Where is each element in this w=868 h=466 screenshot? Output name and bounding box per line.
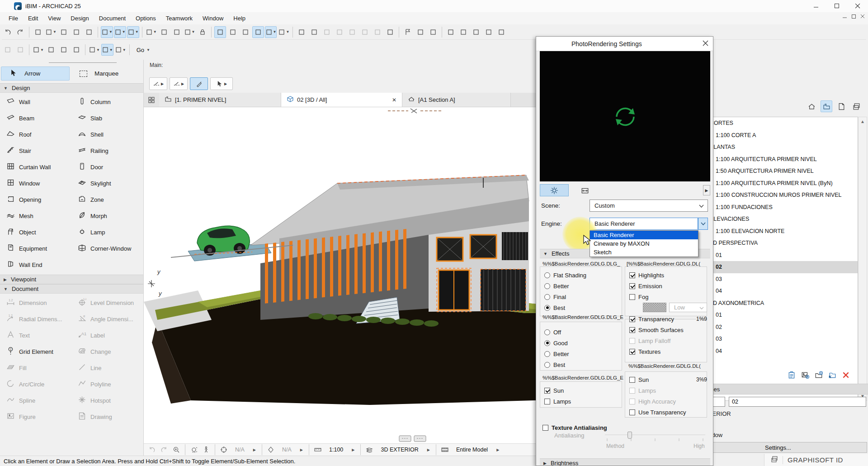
tool-polyline[interactable]: Polyline (71, 376, 144, 392)
measure-button[interactable] (227, 26, 239, 38)
folder-arrow-icon[interactable] (828, 371, 836, 380)
menu-window[interactable]: Window (198, 13, 228, 24)
tool-object[interactable]: Object (0, 224, 71, 240)
navigator-item-1-100-fundaciones[interactable]: 1:100 FUNDACIONES (706, 201, 858, 214)
undo-button[interactable] (2, 26, 14, 38)
view-angle-value[interactable]: N/A (231, 447, 249, 453)
home-story-button[interactable] (372, 26, 383, 38)
section-window-button[interactable]: ▼ (114, 44, 127, 56)
publisher-sets-icon[interactable] (850, 100, 862, 112)
model-filter-value[interactable]: Entire Model (452, 447, 492, 453)
shadow-good[interactable]: Good (544, 338, 569, 348)
furniture-button[interactable]: ▼ (32, 44, 44, 56)
tool-lamp[interactable]: Lamp (71, 224, 144, 240)
shadow-radio[interactable] (544, 362, 550, 368)
properties-header[interactable]: Properties (687, 384, 868, 395)
tool-wall-end[interactable]: Wall End (0, 257, 71, 273)
shadow-best[interactable]: Best (544, 359, 569, 370)
engine-dropdown-list[interactable]: Basic RendererCineware by MAXONSketch (590, 230, 698, 257)
edit-stories-button[interactable] (384, 26, 396, 38)
tool-skylight[interactable]: Skylight (71, 175, 144, 191)
tool-zone[interactable]: Zone (71, 191, 144, 208)
effect-checkbox[interactable] (629, 316, 635, 322)
maximize-button[interactable] (826, 0, 847, 12)
engine-combo-chevron-button[interactable] (698, 218, 708, 230)
light-checkbox[interactable] (544, 388, 550, 394)
tool-railing[interactable]: Railing (71, 143, 144, 159)
tab-1[interactable]: [1. PRIMER NIVEL] (159, 93, 281, 107)
quality-better[interactable]: Better (544, 281, 586, 291)
redo-button[interactable] (14, 26, 26, 38)
shadow-opt-checkbox[interactable] (629, 409, 635, 415)
cloud-sync-button[interactable] (427, 26, 439, 38)
edit-elements-button[interactable] (252, 26, 264, 38)
navigator-item-01[interactable]: 01 (706, 249, 858, 262)
cutaway-button[interactable]: ▼ (265, 26, 277, 38)
tool-angle-dimensi-[interactable]: αAngle Dimensi... (71, 311, 144, 327)
snap-guides-button[interactable]: ▼ (114, 26, 126, 38)
tool-slab[interactable]: Slab (71, 110, 144, 126)
renovation-filter-value[interactable]: N/A (278, 447, 296, 453)
virtual-trace-button[interactable] (158, 26, 170, 38)
tool-equipment[interactable]: Equipment (0, 240, 71, 257)
align-button[interactable] (321, 26, 333, 38)
tool-grid-element[interactable]: 1Grid Element (0, 343, 71, 360)
render-preview[interactable] (540, 51, 710, 181)
engine-combo[interactable]: Basic Renderer (590, 218, 698, 230)
effect-checkbox[interactable] (629, 327, 635, 333)
navigator-item-1-100-arquitectura-primer-nivel[interactable]: 1:100 ARQUITECTURA PRIMER NIVEL (706, 153, 858, 166)
dialog-expand-arrow-icon[interactable]: ▶ (703, 185, 710, 195)
tool-change[interactable]: Change (71, 343, 144, 360)
floor-plan-window-button[interactable]: ▼ (88, 44, 100, 56)
tool-corner-window[interactable]: Corner-Window (71, 240, 144, 257)
navigator-item-02[interactable]: 02 (706, 261, 858, 273)
effect-checkbox[interactable] (629, 338, 635, 344)
tool-drawing[interactable]: Drawing (71, 409, 144, 425)
adjust-button[interactable] (32, 26, 44, 38)
navigator-item-04[interactable]: 04 (706, 345, 858, 357)
dimension-favorite-button[interactable]: ▼ (45, 26, 57, 38)
fit-button[interactable] (240, 26, 251, 38)
ruler-icon[interactable] (312, 445, 323, 455)
fog-level-combo[interactable]: Low (669, 303, 707, 312)
folder-plus-icon[interactable] (815, 371, 823, 380)
flag-button[interactable] (402, 26, 414, 38)
effect-emission[interactable]: Emission (629, 281, 664, 291)
texture-antialiasing-row[interactable]: Texture Antialiasing (542, 422, 607, 433)
clipboard-icon[interactable] (788, 371, 796, 380)
quality-radio[interactable] (544, 272, 550, 278)
shadow-opt-checkbox[interactable] (629, 377, 635, 383)
quality-radio[interactable] (544, 283, 550, 289)
tab-2[interactable]: 02 [3D / All]✕ (281, 93, 402, 107)
layers-icon[interactable] (364, 445, 375, 455)
arrow-tool[interactable]: Arrow (1, 67, 70, 81)
tool-wall[interactable]: Wall (0, 94, 71, 110)
scene-combo[interactable]: Custom (590, 200, 708, 212)
shadow-radio[interactable] (544, 340, 550, 346)
navigator-item-cortes[interactable]: CORTES (706, 117, 858, 129)
menu-help[interactable]: Help (228, 13, 250, 24)
tool-stair[interactable]: Stair (0, 143, 71, 159)
tool-text[interactable]: Text (0, 327, 71, 343)
effect-smooth-surfaces[interactable]: Smooth Surfaces (629, 324, 707, 335)
copy-settings-button[interactable] (45, 44, 57, 56)
layer-combination-value[interactable]: 3D EXTERIOR (376, 447, 423, 453)
navigator-item-03[interactable]: 03 (706, 333, 858, 345)
item-id-field[interactable] (729, 397, 866, 407)
antialiasing-slider[interactable] (605, 431, 705, 443)
light-lamps[interactable]: Lamps (544, 396, 571, 407)
transfer-list-button[interactable] (58, 44, 70, 56)
layer-window-button[interactable]: ▼ (184, 26, 196, 38)
favorites-star-button[interactable] (445, 26, 457, 38)
navigator-item-01[interactable]: 01 (706, 309, 858, 321)
split-button[interactable] (296, 26, 307, 38)
menu-teamwork[interactable]: Teamwork (161, 13, 198, 24)
shadow-opt-checkbox[interactable] (629, 388, 635, 394)
infobox-button-2[interactable]: ▶ (170, 77, 188, 90)
navigator-item-plantas[interactable]: PLANTAS (706, 141, 858, 153)
quality-radio[interactable] (544, 305, 550, 311)
guide-lines-button[interactable]: ▼ (101, 26, 113, 38)
tool-spline[interactable]: Spline (0, 392, 71, 409)
tab-overview-icon[interactable] (146, 94, 157, 106)
navigator-item-3d-axonometrica[interactable]: 3D AXONOMETRICA (706, 297, 858, 309)
